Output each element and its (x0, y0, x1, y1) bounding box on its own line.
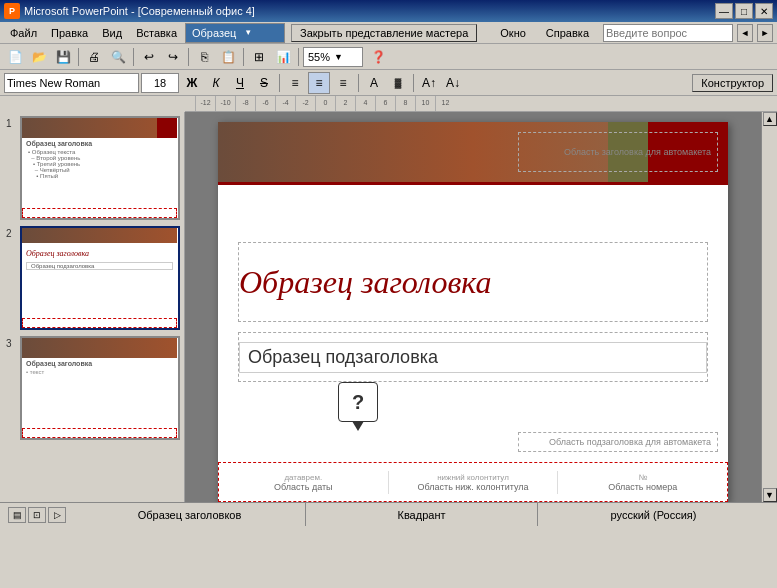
format-dropdown[interactable]: Образец (185, 23, 285, 43)
strikethrough-button[interactable]: S (253, 72, 275, 94)
slide-header-line (218, 182, 728, 185)
italic-button[interactable]: К (205, 72, 227, 94)
close-master-button[interactable]: Закрыть представление мастера (291, 24, 477, 42)
slide-thumb-2[interactable]: Образец заголовка Образец подзаголовка (20, 226, 180, 330)
minimize-button[interactable]: — (715, 3, 733, 19)
align-center-button[interactable]: ≡ (308, 72, 330, 94)
footer-center-section: нижний колонтитул Область ниж. колонтиту… (389, 471, 559, 494)
thumb1-title: Образец заголовка (22, 138, 177, 149)
menu-bar: Файл Правка Вид Вставка Образец Закрыть … (0, 22, 777, 44)
slide-thumb-1[interactable]: Образец заголовка • Образец текста – Вто… (20, 116, 180, 220)
slide-thumb-inner-1: Образец заголовка • Образец текста – Вто… (22, 118, 177, 218)
footer-date-text: Область даты (274, 482, 332, 492)
footer-center-text: Область ниж. колонтитула (418, 482, 529, 492)
search-area: ◄ ► (603, 24, 773, 42)
window-title: Microsoft PowerPoint - [Современный офис… (24, 5, 255, 17)
maximize-button[interactable]: □ (735, 3, 753, 19)
format-sep1 (279, 74, 280, 92)
search-prev-button[interactable]: ◄ (737, 24, 753, 42)
chart-button[interactable]: 📊 (272, 46, 294, 68)
vertical-scrollbar[interactable]: ▲ ▼ (761, 112, 777, 502)
new-button[interactable]: 📄 (4, 46, 26, 68)
slide-thumb-3[interactable]: Образец заголовка • текст (20, 336, 180, 440)
table-button[interactable]: ⊞ (248, 46, 270, 68)
highlight-button[interactable]: ▓ (387, 72, 409, 94)
font-color-button[interactable]: A (363, 72, 385, 94)
preview-button[interactable]: 🔍 (107, 46, 129, 68)
align-left-button[interactable]: ≡ (284, 72, 306, 94)
toolbar-sep5 (298, 48, 299, 66)
save-button[interactable]: 💾 (52, 46, 74, 68)
format-sep2 (358, 74, 359, 92)
thumb3-title: Образец заголовка (22, 358, 177, 369)
search-input[interactable] (603, 24, 733, 42)
status-bar: ▤ ⊡ ▷ Образец заголовков Квадрант русски… (0, 502, 777, 526)
scroll-down-button[interactable]: ▼ (763, 488, 777, 502)
subtitle-placeholder[interactable]: Образец подзаголовка (238, 332, 708, 382)
copy-button[interactable]: ⎘ (193, 46, 215, 68)
question-balloon: ? (338, 382, 378, 422)
thumb2-header (22, 228, 177, 243)
title-bar: P Microsoft PowerPoint - [Современный оф… (0, 0, 777, 22)
thumb1-accent (157, 118, 177, 138)
thumb3-text: • текст (22, 369, 177, 375)
thumb3-header (22, 338, 177, 358)
menu-edit[interactable]: Правка (45, 25, 94, 41)
decrease-font-button[interactable]: A↓ (442, 72, 464, 94)
toolbar-sep3 (188, 48, 189, 66)
bold-button[interactable]: Ж (181, 72, 203, 94)
close-button[interactable]: ✕ (755, 3, 773, 19)
title-placeholder[interactable]: Образец заголовка (238, 242, 708, 322)
status-language: русский (Россия) (538, 503, 769, 526)
open-button[interactable]: 📂 (28, 46, 50, 68)
print-button[interactable]: 🖨 (83, 46, 105, 68)
slide-subtitle-text: Образец подзаголовка (239, 342, 707, 373)
slide-number-1: 1 (6, 118, 12, 129)
header-area-label: Область заголовка для автомакета (518, 132, 718, 172)
menu-insert[interactable]: Вставка (130, 25, 183, 41)
align-right-button[interactable]: ≡ (332, 72, 354, 94)
slide-number-3: 3 (6, 338, 12, 349)
slide-thumb-container-2: 2 Образец заголовка Образец подзаголовка (20, 226, 180, 330)
underline-button[interactable]: Ч (229, 72, 251, 94)
normal-view-button[interactable]: ▤ (8, 507, 26, 523)
slide-thumb-container-3: 3 Образец заголовка • текст (20, 336, 180, 440)
slide-footer: датаврем. Область даты нижний колонтитул… (218, 462, 728, 502)
menu-window[interactable]: Окно (494, 25, 532, 41)
canvas-area[interactable]: Область заголовка для автомакета Образец… (185, 112, 761, 502)
menu-view[interactable]: Вид (96, 25, 128, 41)
font-size-input[interactable] (141, 73, 179, 93)
ruler: -12 -10 -8 -6 -4 -2 0 2 4 6 8 10 12 (185, 96, 777, 112)
increase-font-button[interactable]: A↑ (418, 72, 440, 94)
konstruktor-button[interactable]: Конструктор (692, 74, 773, 92)
footer-page-section: № Область номера (558, 471, 727, 494)
slideshow-button[interactable]: ▷ (48, 507, 66, 523)
toolbar-sep1 (78, 48, 79, 66)
format-sep3 (413, 74, 414, 92)
toolbar-sep2 (133, 48, 134, 66)
thumb1-bullet5: • Пятый (22, 173, 177, 179)
zoom-selector[interactable]: 55% ▼ (303, 47, 363, 67)
status-theme: Квадрант (306, 503, 538, 526)
slide-thumb-container-1: 1 Образец заголовка • Образец текста – В… (20, 116, 180, 220)
redo-button[interactable]: ↪ (162, 46, 184, 68)
footer-page-label: № (638, 473, 647, 482)
paste-button[interactable]: 📋 (217, 46, 239, 68)
slide-thumb-inner-3: Образец заголовка • текст (22, 338, 177, 438)
thumb1-header (22, 118, 177, 138)
app-icon: P (4, 3, 20, 19)
status-slide-name: Образец заголовков (74, 503, 306, 526)
search-next-button[interactable]: ► (757, 24, 773, 42)
slide-view-button[interactable]: ⊡ (28, 507, 46, 523)
menu-right: Окно Справка ◄ ► (494, 24, 773, 42)
slide-thumb-inner-2: Образец заголовка Образец подзаголовка (22, 228, 177, 328)
scroll-up-button[interactable]: ▲ (763, 112, 777, 126)
undo-button[interactable]: ↩ (138, 46, 160, 68)
menu-help[interactable]: Справка (540, 25, 595, 41)
slide-number-2: 2 (6, 228, 12, 239)
menu-file[interactable]: Файл (4, 25, 43, 41)
font-name-input[interactable] (4, 73, 139, 93)
slide-title-text: Образец заголовка (239, 264, 491, 301)
help-button[interactable]: ❓ (367, 46, 389, 68)
slide-panel: 1 Образец заголовка • Образец текста – В… (0, 112, 185, 502)
